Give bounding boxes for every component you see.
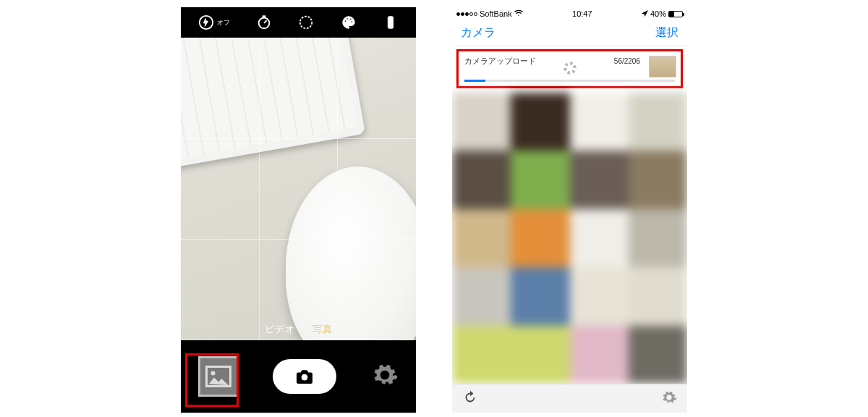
ios-status-bar: SoftBank 10:47 40% <box>452 7 687 20</box>
svg-point-7 <box>351 21 352 22</box>
loading-spinner-icon <box>563 62 576 75</box>
photo-thumbnail[interactable] <box>511 151 569 208</box>
photo-thumbnail[interactable] <box>570 326 629 384</box>
photo-thumbnail[interactable] <box>452 151 511 208</box>
upload-gallery-screen: SoftBank 10:47 40% カメラ 選択 カメラアップロード 56/2… <box>452 7 687 413</box>
upload-progress-bar <box>464 80 675 82</box>
photo-thumbnail[interactable] <box>511 326 569 384</box>
battery-pct: 40% <box>650 9 666 18</box>
switch-camera-button[interactable] <box>383 14 399 30</box>
refresh-icon <box>462 389 478 405</box>
viewfinder-subject-mouse <box>286 167 416 340</box>
nav-back-button[interactable]: カメラ <box>461 25 495 41</box>
svg-point-10 <box>210 371 215 376</box>
viewfinder-subject-keyboard <box>181 38 365 172</box>
svg-point-1 <box>259 18 270 29</box>
photo-thumbnail[interactable] <box>511 93 569 151</box>
svg-rect-8 <box>388 17 393 29</box>
photo-grid[interactable] <box>452 93 687 384</box>
carrier-label: SoftBank <box>480 9 512 18</box>
photo-thumbnail[interactable] <box>570 267 629 325</box>
camera-upload-panel[interactable]: カメラアップロード 56/2206 <box>456 49 683 88</box>
battery-icon <box>668 11 683 17</box>
mode-video[interactable]: ビデオ <box>265 323 295 336</box>
gear-icon <box>371 361 399 389</box>
photo-thumbnail[interactable] <box>452 209 511 267</box>
timer-icon <box>256 14 272 30</box>
photo-thumbnail[interactable] <box>629 151 687 208</box>
picture-icon <box>205 366 231 387</box>
camera-app-screen: オフ ビデオ 写真 <box>181 7 416 413</box>
bottom-toolbar <box>452 384 687 413</box>
camera-top-toolbar: オフ <box>181 7 416 38</box>
timer-button[interactable] <box>256 14 272 30</box>
camera-settings-button[interactable] <box>371 361 399 392</box>
upload-count: 56/2206 <box>614 57 640 65</box>
mode-photo[interactable]: 写真 <box>312 323 333 336</box>
photo-thumbnail[interactable] <box>629 267 687 325</box>
svg-point-4 <box>344 20 346 22</box>
palette-icon <box>341 14 357 30</box>
flash-off-icon <box>198 14 214 30</box>
svg-point-3 <box>300 17 312 29</box>
photo-thumbnail[interactable] <box>452 326 511 384</box>
nav-bar: カメラ 選択 <box>452 20 687 46</box>
photo-thumbnail[interactable] <box>570 151 629 208</box>
gallery-thumbnail-button[interactable] <box>198 356 239 397</box>
camera-icon <box>294 368 315 384</box>
aperture-button[interactable] <box>298 14 314 30</box>
camera-viewfinder[interactable]: ビデオ 写真 <box>181 38 416 340</box>
filters-button[interactable] <box>341 14 357 30</box>
flash-toggle[interactable]: オフ <box>198 14 230 30</box>
camera-bottom-toolbar <box>181 340 416 413</box>
nav-select-button[interactable]: 選択 <box>655 25 678 41</box>
photo-thumbnail[interactable] <box>629 93 687 151</box>
photo-thumbnail[interactable] <box>570 209 629 267</box>
photo-thumbnail[interactable] <box>511 267 569 325</box>
photo-thumbnail[interactable] <box>629 326 687 384</box>
photo-thumbnail[interactable] <box>452 267 511 325</box>
flash-state-label: オフ <box>217 18 230 28</box>
upload-current-thumbnail <box>649 56 676 77</box>
settings-button[interactable] <box>661 389 677 408</box>
wifi-icon <box>514 9 523 18</box>
svg-point-11 <box>302 374 308 381</box>
photo-thumbnail[interactable] <box>452 93 511 151</box>
gear-icon <box>661 389 677 405</box>
photo-thumbnail[interactable] <box>629 209 687 267</box>
svg-rect-2 <box>263 16 265 17</box>
shutter-button[interactable] <box>273 359 336 394</box>
phone-icon <box>383 14 399 30</box>
svg-point-6 <box>349 18 351 20</box>
refresh-button[interactable] <box>462 389 478 408</box>
signal-dots-icon <box>456 12 477 16</box>
capture-mode-selector[interactable]: ビデオ 写真 <box>181 320 416 340</box>
aperture-icon <box>298 14 314 30</box>
svg-point-5 <box>346 18 348 20</box>
location-icon <box>642 9 648 18</box>
photo-thumbnail[interactable] <box>570 93 629 151</box>
photo-thumbnail[interactable] <box>511 209 569 267</box>
clock: 10:47 <box>572 9 592 18</box>
